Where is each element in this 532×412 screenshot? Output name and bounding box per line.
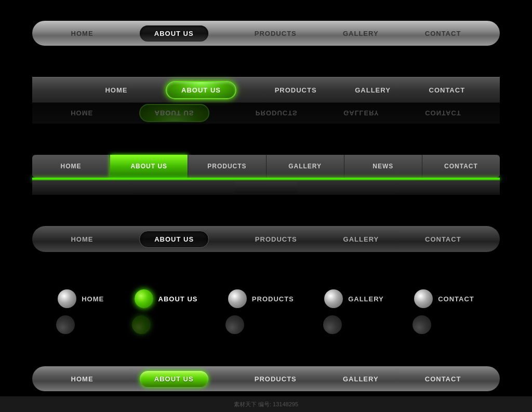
watermark-bar: 素材天下 编号: 13148295 [0,396,532,412]
nav2-contact[interactable]: CONTACT [429,86,466,94]
nav5-products-item[interactable]: PRODUCTS [228,289,294,308]
nav6-about[interactable]: ABOUT US [140,371,208,387]
nav3-home[interactable]: HOME [32,155,110,178]
nav2-about[interactable]: ABOUT US [166,81,236,99]
nav5-ref-about-label: ABOUT US [156,320,198,329]
nav5-ref-home-label: HOME [80,320,105,329]
navbar-6: HOME ABOUT US PRODUCTS GALLERY CONTACT [32,366,500,391]
nav5-gallery-orb [324,289,343,308]
nav5-ref-products: PRODUCTS [225,315,296,334]
nav6-contact[interactable]: CONTACT [425,375,461,383]
nav5-home-item[interactable]: HOME [58,289,104,308]
nav4-contact[interactable]: CONTACT [425,235,461,243]
nav1-gallery[interactable]: GALLERY [343,30,379,37]
nav5-about-orb [135,289,153,308]
nav5-ref-products-label: PRODUCTS [249,320,296,329]
nav6-gallery[interactable]: GALLERY [343,375,379,383]
nav1-contact[interactable]: CONTACT [425,30,461,37]
nav5-gallery-item[interactable]: GALLERY [324,289,384,308]
nav5-ref-home: HOME [56,315,105,334]
nav3-products[interactable]: PRODUCTS [188,155,266,178]
nav3-bottom-bar [32,180,500,195]
nav5-home-orb [58,289,76,308]
nav6-home[interactable]: HOME [71,375,94,383]
nav4-gallery[interactable]: GALLERY [343,235,379,243]
nav5-home-label: HOME [82,295,104,303]
nav5-products-orb [228,289,247,308]
nav5-ref-contact: CONTACT [413,315,476,334]
nav2-ref-gallery: GALLERY [343,110,379,117]
navbar-5-wrapper: HOME ABOUT US PRODUCTS GALLERY CONTACT H… [32,283,500,335]
navbar-1: HOME ABOUT US PRODUCTS GALLERY CONTACT [32,21,500,46]
nav2-ref-contact: CONTACT [425,110,461,117]
nav4-products[interactable]: PRODUCTS [255,235,297,243]
nav5-products-label: PRODUCTS [252,295,294,303]
nav2-gallery[interactable]: GALLERY [355,86,391,94]
nav5-ref-about: ABOUT US [132,315,198,334]
nav2-ref-home: HOME [71,110,93,117]
nav4-home[interactable]: HOME [71,235,93,243]
nav3-about[interactable]: ABOUT US [110,155,188,178]
nav5-ref-products-orb [225,315,244,334]
nav5-contact-label: CONTACT [438,295,474,303]
nav5-about-item[interactable]: ABOUT US [135,289,198,308]
nav1-products[interactable]: PRODUCTS [255,30,297,37]
nav5-contact-orb [414,289,433,308]
nav2-products[interactable]: PRODUCTS [275,86,317,94]
nav2-home[interactable]: HOME [105,86,127,94]
nav6-products[interactable]: PRODUCTS [255,375,297,383]
nav3-bottom-highlight [235,182,297,193]
nav5-gallery-label: GALLERY [348,295,384,303]
nav3-gallery[interactable]: GALLERY [267,155,344,178]
navbar-2: HOME ABOUT US PRODUCTS GALLERY CONTACT [32,77,500,103]
nav5-about-label: ABOUT US [158,295,198,303]
nav5-ref-contact-orb [413,315,431,334]
nav2-ref-about: ABOUT US [139,104,210,123]
nav5-ref-contact-label: CONTACT [436,320,476,329]
nav1-home[interactable]: HOME [71,30,94,37]
navbar-2-reflection: HOME ABOUT US PRODUCTS GALLERY CONTACT [32,103,500,124]
nav5-ref-gallery-orb [323,315,342,334]
navbar-5-reflection: HOME ABOUT US PRODUCTS GALLERY CONTACT [32,314,500,335]
nav2-ref-products: PRODUCTS [256,110,298,117]
nav1-about[interactable]: ABOUT US [140,25,208,42]
navbar-5: HOME ABOUT US PRODUCTS GALLERY CONTACT [32,283,500,314]
nav5-ref-about-orb [132,315,151,334]
navbar-3-wrapper: HOME ABOUT US PRODUCTS GALLERY NEWS CONT… [32,155,500,195]
nav3-contact[interactable]: CONTACT [422,155,500,178]
navbar-2-wrapper: HOME ABOUT US PRODUCTS GALLERY CONTACT H… [32,77,500,124]
nav5-ref-home-orb [56,315,75,334]
nav5-ref-gallery: GALLERY [323,315,385,334]
navbar-4: HOME ABOUT US PRODUCTS GALLERY CONTACT [32,226,500,252]
nav5-ref-gallery-label: GALLERY [347,320,385,329]
nav3-news[interactable]: NEWS [344,155,422,178]
nav5-contact-item[interactable]: CONTACT [414,289,474,308]
navbar-3: HOME ABOUT US PRODUCTS GALLERY NEWS CONT… [32,155,500,178]
watermark-text: 素材天下 编号: 13148295 [234,401,298,408]
nav4-about[interactable]: ABOUT US [139,231,209,248]
